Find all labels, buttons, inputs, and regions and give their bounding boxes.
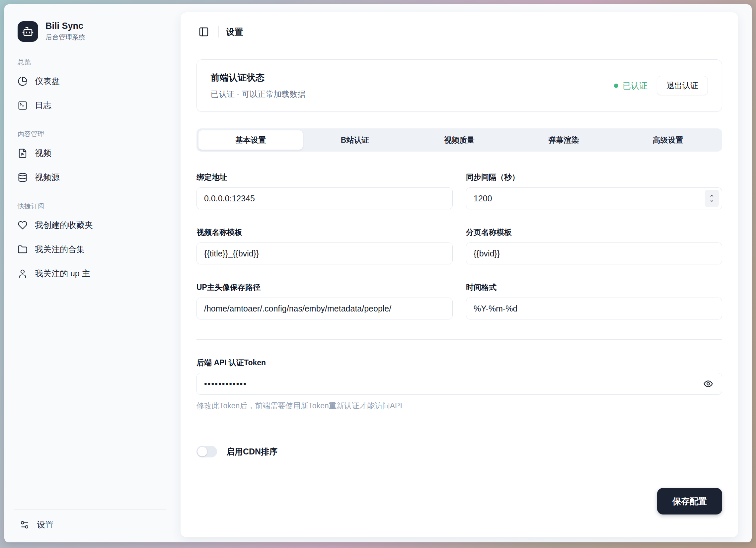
database-icon [18,173,28,183]
cdn-toggle-label: 启用CDN排序 [226,446,277,457]
tab-advanced-settings[interactable]: 高级设置 [616,130,720,150]
sidebar-item-label: 日志 [35,100,51,111]
api-token-input[interactable] [196,373,722,395]
eye-icon [703,379,713,389]
sidebar-nav: 总览 仪表盘 日志 [12,43,168,509]
sidebar-item-label: 我关注的合集 [35,244,85,255]
toggle-thumb [197,447,207,456]
main-header: 设置 [196,12,722,40]
app-subtitle: 后台管理系统 [45,33,85,42]
sidebar-item-videos[interactable]: 视频 [12,143,168,163]
settings-tabs: 基本设置 B站认证 视频质量 弹幕渲染 高级设置 [196,128,722,152]
sync-interval-input[interactable] [466,188,722,209]
auth-card-title: 前端认证状态 [211,72,305,84]
section-divider [196,339,722,340]
toggle-token-visibility-button[interactable] [702,377,715,390]
section-label-subscriptions: 快捷订阅 [12,202,168,211]
tab-danmaku-render[interactable]: 弹幕渲染 [511,130,616,150]
section-divider [196,431,722,431]
sidebar-item-video-sources[interactable]: 视频源 [12,168,168,187]
pie-chart-icon [18,76,28,86]
auth-status-card: 前端认证状态 已认证 - 可以正常加载数据 已认证 退出认证 [196,59,722,112]
number-stepper[interactable] [705,190,719,207]
user-icon [18,269,28,278]
video-name-template-input[interactable] [196,243,453,265]
logout-auth-button[interactable]: 退出认证 [657,76,708,95]
bind-address-field-group: 绑定地址 [196,172,453,209]
api-token-helper-text: 修改此Token后，前端需要使用新Token重新认证才能访问API [196,401,722,411]
page-name-template-input[interactable] [466,243,722,265]
sliders-icon [20,520,30,530]
sync-interval-label: 同步间隔（秒） [466,172,722,183]
sidebar-item-label: 设置 [37,519,53,530]
header-separator [218,26,219,38]
sidebar-item-dashboard[interactable]: 仪表盘 [12,71,168,91]
sidebar-footer: 设置 [14,509,166,542]
app-window: Bili Sync 后台管理系统 总览 仪表盘 [4,4,752,542]
sidebar-item-collections[interactable]: 我关注的合集 [12,240,168,259]
video-name-template-label: 视频名称模板 [196,227,453,238]
main-panel: 设置 前端认证状态 已认证 - 可以正常加载数据 已认证 退出认证 基本设置 B… [180,12,738,537]
status-badge-label: 已认证 [623,80,647,91]
sidebar-item-label: 我创建的收藏夹 [35,220,93,231]
app-title: Bili Sync [45,21,85,31]
section-label-content: 内容管理 [12,130,168,139]
form-actions: 保存配置 [196,488,722,514]
avatar-path-field-group: UP主头像保存路径 [196,282,453,319]
sidebar-item-label: 仪表盘 [35,76,60,87]
folder-icon [18,245,28,255]
bind-address-label: 绑定地址 [196,172,453,183]
cdn-sort-toggle[interactable] [196,446,217,457]
sync-interval-field-group: 同步间隔（秒） [466,172,722,209]
bind-address-input[interactable] [196,188,453,209]
chevron-up-icon [709,194,715,198]
sidebar-item-label: 视频 [35,148,51,159]
page-title: 设置 [226,26,243,38]
sidebar-item-favorites[interactable]: 我创建的收藏夹 [12,215,168,235]
terminal-icon [18,101,28,111]
avatar-path-input[interactable] [196,297,453,319]
sidebar-item-settings[interactable]: 设置 [14,515,166,534]
time-format-input[interactable] [466,297,722,319]
panel-left-icon [198,27,209,37]
bot-logo-icon [18,21,38,42]
page-name-template-field-group: 分页名称模板 [466,227,722,265]
page-name-template-label: 分页名称模板 [466,227,722,238]
chevron-down-icon [709,199,715,203]
api-token-label: 后端 API 认证Token [196,357,722,368]
section-label-overview: 总览 [12,58,168,67]
avatar-path-label: UP主头像保存路径 [196,282,453,292]
status-dot-icon [614,84,618,88]
time-format-field-group: 时间格式 [466,282,722,319]
save-config-button[interactable]: 保存配置 [657,488,722,514]
cdn-toggle-row: 启用CDN排序 [196,446,722,457]
tab-video-quality[interactable]: 视频质量 [407,130,511,150]
heart-icon [18,220,28,230]
auth-card-subtitle: 已认证 - 可以正常加载数据 [211,89,305,100]
tab-bilibili-auth[interactable]: B站认证 [303,130,407,150]
auth-status-badge: 已认证 [614,80,647,91]
time-format-label: 时间格式 [466,282,722,292]
sidebar: Bili Sync 后台管理系统 总览 仪表盘 [4,4,176,542]
tab-basic-settings[interactable]: 基本设置 [198,130,303,150]
app-logo: Bili Sync 后台管理系统 [18,21,163,42]
sidebar-item-uploaders[interactable]: 我关注的 up 主 [12,264,168,283]
video-name-template-field-group: 视频名称模板 [196,227,453,265]
sidebar-item-label: 视频源 [35,172,60,183]
basic-settings-form: 绑定地址 同步间隔（秒） 视频名称模板 [196,172,722,319]
file-play-icon [18,148,28,158]
sidebar-item-logs[interactable]: 日志 [12,96,168,115]
sidebar-toggle-button[interactable] [196,25,211,39]
sidebar-item-label: 我关注的 up 主 [35,268,90,279]
api-token-section: 后端 API 认证Token 修改此Token后，前端需要使用新Token重新认… [196,357,722,411]
